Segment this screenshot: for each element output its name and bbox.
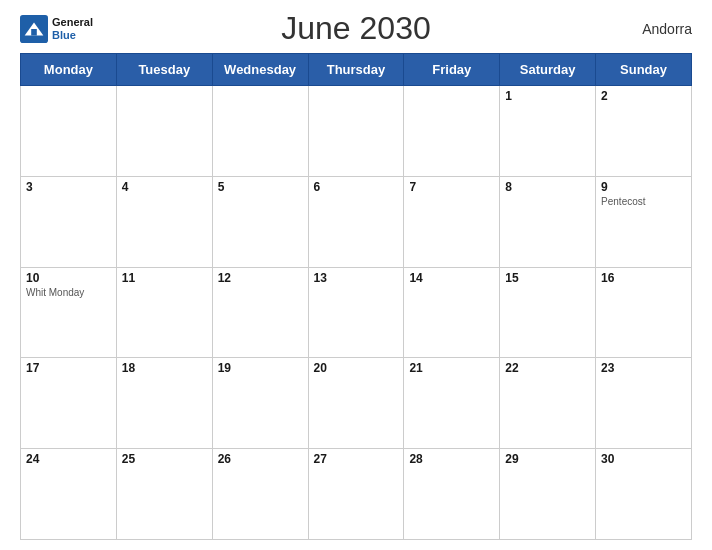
calendar-week-3: 10Whit Monday111213141516 (21, 267, 692, 358)
calendar-cell (404, 86, 500, 177)
day-number: 14 (409, 271, 494, 285)
calendar-cell: 11 (116, 267, 212, 358)
logo-text: General Blue (52, 16, 93, 40)
country-label: Andorra (642, 21, 692, 37)
calendar-header: General Blue June 2030 Andorra (20, 10, 692, 47)
day-number: 18 (122, 361, 207, 375)
day-number: 2 (601, 89, 686, 103)
day-number: 16 (601, 271, 686, 285)
day-number: 7 (409, 180, 494, 194)
calendar-cell (116, 86, 212, 177)
calendar-cell: 5 (212, 176, 308, 267)
calendar-cell: 10Whit Monday (21, 267, 117, 358)
calendar-cell: 6 (308, 176, 404, 267)
calendar-cell: 19 (212, 358, 308, 449)
calendar-week-4: 17181920212223 (21, 358, 692, 449)
day-number: 24 (26, 452, 111, 466)
weekday-header-thursday: Thursday (308, 54, 404, 86)
logo-general: General (52, 16, 93, 28)
day-number: 17 (26, 361, 111, 375)
day-number: 26 (218, 452, 303, 466)
logo-blue: Blue (52, 29, 93, 41)
day-number: 29 (505, 452, 590, 466)
calendar-cell: 12 (212, 267, 308, 358)
calendar-cell: 13 (308, 267, 404, 358)
calendar-cell: 4 (116, 176, 212, 267)
weekday-header-tuesday: Tuesday (116, 54, 212, 86)
calendar-header-row: MondayTuesdayWednesdayThursdayFridaySatu… (21, 54, 692, 86)
logo: General Blue (20, 15, 93, 43)
calendar-cell: 16 (596, 267, 692, 358)
day-number: 10 (26, 271, 111, 285)
day-number: 27 (314, 452, 399, 466)
weekday-row: MondayTuesdayWednesdayThursdayFridaySatu… (21, 54, 692, 86)
calendar-cell: 28 (404, 449, 500, 540)
day-number: 5 (218, 180, 303, 194)
calendar-week-1: 12 (21, 86, 692, 177)
weekday-header-saturday: Saturday (500, 54, 596, 86)
day-number: 11 (122, 271, 207, 285)
holiday-label: Pentecost (601, 196, 686, 207)
weekday-header-friday: Friday (404, 54, 500, 86)
day-number: 21 (409, 361, 494, 375)
day-number: 23 (601, 361, 686, 375)
calendar-cell: 7 (404, 176, 500, 267)
calendar-cell: 29 (500, 449, 596, 540)
calendar-cell: 27 (308, 449, 404, 540)
weekday-header-sunday: Sunday (596, 54, 692, 86)
day-number: 9 (601, 180, 686, 194)
weekday-header-monday: Monday (21, 54, 117, 86)
calendar-cell: 14 (404, 267, 500, 358)
calendar-cell: 21 (404, 358, 500, 449)
calendar-cell (21, 86, 117, 177)
day-number: 12 (218, 271, 303, 285)
calendar-cell: 15 (500, 267, 596, 358)
svg-rect-2 (31, 29, 37, 36)
day-number: 3 (26, 180, 111, 194)
calendar-cell: 18 (116, 358, 212, 449)
day-number: 30 (601, 452, 686, 466)
calendar-cell: 20 (308, 358, 404, 449)
calendar-cell: 2 (596, 86, 692, 177)
day-number: 20 (314, 361, 399, 375)
calendar-cell: 17 (21, 358, 117, 449)
calendar-cell: 23 (596, 358, 692, 449)
weekday-header-wednesday: Wednesday (212, 54, 308, 86)
day-number: 1 (505, 89, 590, 103)
day-number: 19 (218, 361, 303, 375)
day-number: 25 (122, 452, 207, 466)
holiday-label: Whit Monday (26, 287, 111, 298)
calendar-cell (308, 86, 404, 177)
calendar-cell: 9Pentecost (596, 176, 692, 267)
calendar-cell: 24 (21, 449, 117, 540)
calendar-week-5: 24252627282930 (21, 449, 692, 540)
calendar-title: June 2030 (281, 10, 430, 47)
calendar-cell: 30 (596, 449, 692, 540)
day-number: 13 (314, 271, 399, 285)
day-number: 28 (409, 452, 494, 466)
calendar-cell: 26 (212, 449, 308, 540)
calendar-cell: 22 (500, 358, 596, 449)
calendar-cell: 25 (116, 449, 212, 540)
calendar-week-2: 3456789Pentecost (21, 176, 692, 267)
day-number: 8 (505, 180, 590, 194)
calendar-table: MondayTuesdayWednesdayThursdayFridaySatu… (20, 53, 692, 540)
logo-icon (20, 15, 48, 43)
calendar-body: 123456789Pentecost10Whit Monday111213141… (21, 86, 692, 540)
day-number: 15 (505, 271, 590, 285)
calendar-cell (212, 86, 308, 177)
calendar-cell: 8 (500, 176, 596, 267)
calendar-cell: 1 (500, 86, 596, 177)
day-number: 4 (122, 180, 207, 194)
calendar-cell: 3 (21, 176, 117, 267)
day-number: 22 (505, 361, 590, 375)
day-number: 6 (314, 180, 399, 194)
